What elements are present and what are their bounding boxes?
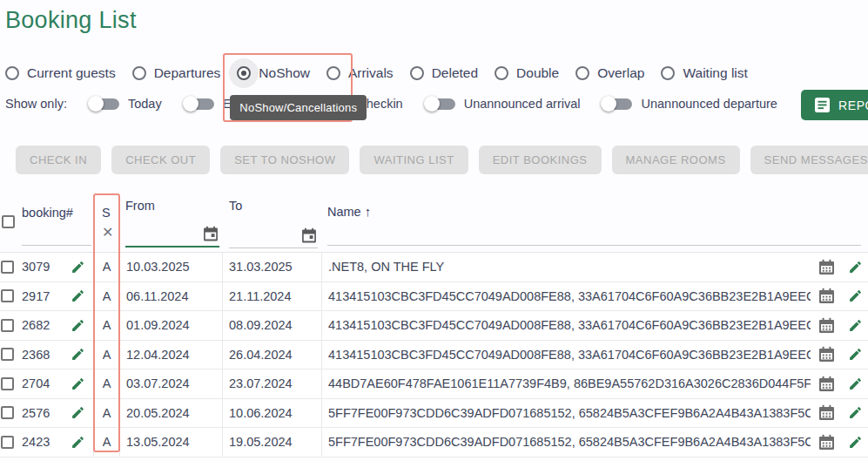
row-checkbox-cell <box>0 369 19 398</box>
table-row[interactable]: 2704A03.07.202423.07.202444BD7AE60F478FA… <box>0 369 868 399</box>
edit-cell <box>842 253 868 281</box>
toggle-unannounced-departure[interactable] <box>601 96 633 112</box>
row-edit-icon[interactable] <box>848 260 863 275</box>
to-date-cell: 23.07.2024 <box>223 369 322 398</box>
row-checkbox-cell <box>0 399 19 428</box>
from-date-cell: 12.04.2024 <box>120 341 223 369</box>
edit-booking-icon[interactable] <box>71 405 85 420</box>
row-calendar-icon[interactable] <box>818 317 835 334</box>
to-filter-input[interactable] <box>229 227 300 247</box>
radio-deleted[interactable]: Deleted <box>410 65 478 81</box>
view-filter-radios: Current guestsDeparturesNoShowNoShow/Can… <box>5 62 748 85</box>
from-date-cell: 03.07.2024 <box>120 369 223 398</box>
toggle-item-today: Today <box>88 96 162 112</box>
row-checkbox[interactable] <box>1 261 14 274</box>
toggle-thumb <box>88 96 104 112</box>
from-date-cell: 13.05.2024 <box>120 428 223 457</box>
show-only-label: Show only: <box>5 97 67 111</box>
manage-rooms-button[interactable]: MANAGE ROOMS <box>612 146 740 174</box>
column-header-status[interactable]: S <box>102 206 111 220</box>
toggle-today[interactable] <box>88 96 120 112</box>
radio-overlap[interactable]: Overlap <box>575 65 644 81</box>
row-edit-icon[interactable] <box>848 376 863 391</box>
guest-name-cell: 413415103CBC3FD45CC7049AD008FE88, 33A617… <box>322 311 811 340</box>
booking-number: 2682 <box>22 318 50 332</box>
check-out-button[interactable]: CHECK OUT <box>111 146 210 174</box>
set-to-noshow-button[interactable]: SET TO NOSHOW <box>220 146 349 174</box>
row-checkbox[interactable] <box>1 436 14 449</box>
row-edit-icon[interactable] <box>848 405 863 420</box>
report-button[interactable]: REPORT <box>801 90 868 120</box>
radio-departures[interactable]: Departures <box>132 65 221 81</box>
status-cell: A <box>94 341 120 369</box>
clear-status-filter-icon[interactable]: ✕ <box>102 226 113 240</box>
row-calendar-icon[interactable] <box>818 288 835 304</box>
sort-asc-icon: ↑ <box>365 204 372 219</box>
send-messages-button[interactable]: SEND MESSAGES <box>750 146 868 174</box>
toggle-unannounced-arrival[interactable] <box>424 96 456 112</box>
edit-booking-icon[interactable] <box>71 288 85 303</box>
status-cell: A <box>94 369 120 398</box>
table-row[interactable]: 2917A06.11.202421.11.2024413415103CBC3FD… <box>0 282 868 312</box>
edit-booking-icon[interactable] <box>71 347 85 362</box>
name-filter-input[interactable] <box>327 225 861 246</box>
radio-arrivals[interactable]: Arrivals <box>326 65 394 81</box>
radio-circle-icon <box>326 66 340 80</box>
radio-label: Overlap <box>597 65 644 81</box>
row-edit-icon[interactable] <box>848 435 863 450</box>
edit-booking-icon[interactable] <box>71 435 85 450</box>
row-calendar-icon[interactable] <box>818 404 835 421</box>
column-header-name[interactable]: Name↑ <box>327 204 371 219</box>
table-row[interactable]: 2368A12.04.202426.04.2024413415103CBC3FD… <box>0 341 868 370</box>
column-header-to[interactable]: To <box>229 199 242 213</box>
toggle-thumb <box>183 96 198 112</box>
table-row[interactable]: 2576A20.05.202410.06.20245FF7FE00F973CDD… <box>0 399 868 429</box>
guest-name-cell: 5FF7FE00F973CDD6C39ADFD071685152, 65824B… <box>322 428 811 457</box>
column-header-from[interactable]: From <box>125 199 155 213</box>
radio-noshow[interactable]: NoShowNoShow/Cancellations <box>237 65 310 81</box>
to-calendar-picker-icon[interactable] <box>300 227 318 247</box>
select-all-checkbox[interactable] <box>2 215 15 228</box>
edit-booking-icon[interactable] <box>71 260 85 275</box>
from-calendar-picker-icon[interactable] <box>202 226 219 246</box>
row-checkbox-cell <box>0 282 19 311</box>
row-checkbox[interactable] <box>1 406 14 419</box>
row-edit-icon[interactable] <box>848 318 863 333</box>
table-row[interactable]: 2682A01.09.202408.09.2024413415103CBC3FD… <box>0 311 868 341</box>
toggle-label: Unannounced departure <box>641 97 777 111</box>
row-checkbox[interactable] <box>1 348 14 361</box>
row-edit-icon[interactable] <box>848 347 863 362</box>
row-calendar-icon[interactable] <box>818 434 835 451</box>
toggle-external[interactable] <box>183 96 215 112</box>
radio-current-guests[interactable]: Current guests <box>5 65 116 81</box>
row-edit-icon[interactable] <box>848 288 863 303</box>
table-row[interactable]: 3079A10.03.202531.03.2025.NET8, ON THE F… <box>0 253 868 282</box>
waiting-list-button[interactable]: WAITING LIST <box>360 146 468 174</box>
edit-booking-icon[interactable] <box>71 376 85 391</box>
row-checkbox[interactable] <box>1 289 14 302</box>
row-calendar-icon[interactable] <box>818 376 835 392</box>
from-filter-input[interactable] <box>125 225 202 246</box>
calendar-cell <box>811 341 842 369</box>
booking-filter-input[interactable] <box>22 225 91 246</box>
radio-double[interactable]: Double <box>495 65 559 81</box>
table-body: 3079A10.03.202531.03.2025.NET8, ON THE F… <box>0 253 868 458</box>
booking-cell: 2423 <box>19 428 94 457</box>
column-header-booking[interactable]: booking# <box>22 206 73 220</box>
to-date-cell: 21.11.2024 <box>223 282 322 311</box>
radio-label: Deleted <box>432 65 478 81</box>
edit-booking-icon[interactable] <box>71 318 85 333</box>
edit-cell <box>842 282 868 311</box>
row-checkbox[interactable] <box>1 319 14 332</box>
radio-waiting-list[interactable]: Waiting list <box>661 65 747 81</box>
radio-label: Current guests <box>27 65 116 81</box>
edit-bookings-button[interactable]: EDIT BOOKINGS <box>479 146 602 174</box>
table-row[interactable]: 2423A13.05.202419.05.20245FF7FE00F973CDD… <box>0 428 868 458</box>
to-date-cell: 10.06.2024 <box>223 399 322 428</box>
row-calendar-icon[interactable] <box>818 259 835 275</box>
row-calendar-icon[interactable] <box>818 346 835 363</box>
check-in-button[interactable]: CHECK IN <box>16 146 101 174</box>
toggle-item-unannounced-arrival: Unannounced arrival <box>424 96 581 112</box>
calendar-cell <box>811 399 842 428</box>
row-checkbox[interactable] <box>1 377 14 390</box>
